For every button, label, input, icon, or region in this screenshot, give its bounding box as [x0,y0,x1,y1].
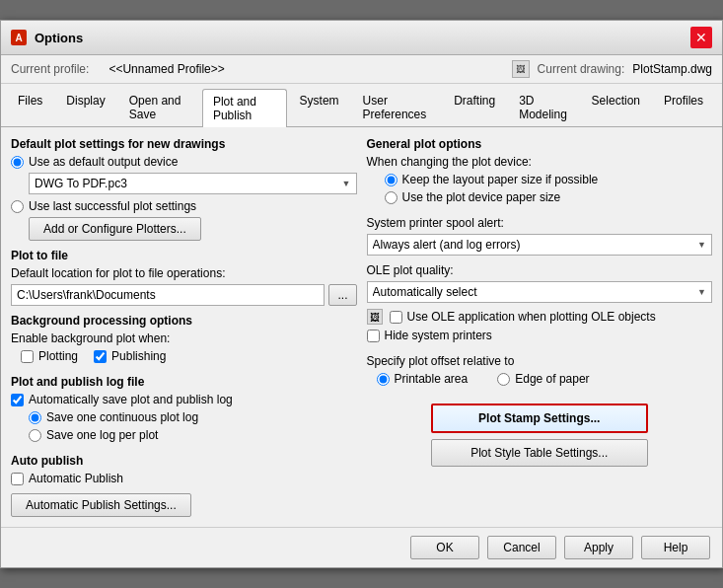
drawing-value: PlotStamp.dwg [632,62,712,76]
browse-button[interactable]: ... [328,284,356,306]
log-options: Save one continuous plot log Save one lo… [11,410,357,442]
automatic-publish-settings-button[interactable]: Automatic Publish Settings... [11,493,191,517]
use-default-radio[interactable] [11,156,24,169]
autocad-icon: A [11,30,27,45]
auto-publish-section: Auto publish Automatic Publish Automatic… [11,454,357,517]
use-default-label: Use as default output device [29,155,178,169]
publishing-checkbox-row: Publishing [94,349,166,363]
profile-label: Current profile: [11,62,89,76]
general-heading: General plot options [367,137,713,151]
use-ole-row: 🖼 Use OLE application when plotting OLE … [367,309,713,325]
ole-section: OLE plot quality: Automatically select 🖼… [367,263,713,346]
edge-of-paper-label: Edge of paper [515,372,589,386]
output-device-select[interactable]: DWG To PDF.pc3 [29,173,357,194]
title-bar-left: A Options [11,30,83,45]
apply-button[interactable]: Apply [564,536,633,559]
automatic-publish-checkbox[interactable] [11,473,24,485]
background-heading: Background processing options [11,314,357,328]
right-panel: General plot options When changing the p… [367,137,713,517]
one-per-plot-radio[interactable] [29,429,41,442]
use-ole-checkbox[interactable] [390,311,402,324]
stamp-style-buttons: Plot Stamp Settings... Plot Style Table … [367,404,713,467]
spool-select[interactable]: Always alert (and log errors) [367,234,713,256]
use-last-radio-row: Use last successful plot settings [11,199,357,213]
continuous-log-row: Save one continuous plot log [29,410,357,424]
spool-section: System printer spool alert: Always alert… [367,216,713,256]
keep-layout-radio[interactable] [385,174,398,186]
profile-bar: Current profile: <<Unnamed Profile>> 🖼 C… [1,55,722,84]
use-ole-label: Use OLE application when plotting OLE ob… [407,310,656,324]
plot-stamp-settings-button[interactable]: Plot Stamp Settings... [431,404,648,433]
tab-files[interactable]: Files [7,88,53,126]
tab-drafting[interactable]: Drafting [443,88,506,126]
add-configure-button[interactable]: Add or Configure Plotters... [29,217,201,241]
add-configure-wrapper: Add or Configure Plotters... [11,217,357,241]
background-checkboxes: Plotting Publishing [11,349,357,367]
ole-select[interactable]: Automatically select [367,281,713,303]
printable-area-row: Printable area [377,372,469,386]
tab-open-save[interactable]: Open and Save [118,88,200,126]
spool-select-wrapper: Always alert (and log errors) [367,234,713,256]
log-heading: Plot and publish log file [11,375,357,389]
background-label: Enable background plot when: [11,331,357,345]
hide-system-checkbox[interactable] [367,330,380,342]
plot-to-file-heading: Plot to file [11,249,357,262]
title-bar: A Options ✕ [1,21,722,55]
plot-offset-section: Specify plot offset relative to Printabl… [367,354,713,390]
help-button[interactable]: Help [641,536,710,559]
tab-user-prefs[interactable]: User Preferences [352,88,442,126]
use-last-label: Use last successful plot settings [29,199,196,213]
plotting-label: Plotting [38,349,78,363]
automatic-publish-row: Automatic Publish [11,472,357,485]
publishing-checkbox[interactable] [94,350,107,363]
ok-button[interactable]: OK [410,536,479,559]
default-plot-heading: Default plot settings for new drawings [11,137,357,151]
options-dialog: A Options ✕ Current profile: <<Unnamed P… [0,20,723,568]
edge-of-paper-radio[interactable] [497,373,510,386]
default-plot-section: Default plot settings for new drawings U… [11,137,357,241]
main-content: Default plot settings for new drawings U… [1,127,722,527]
plotting-checkbox[interactable] [21,350,34,363]
ole-select-wrapper: Automatically select [367,281,713,303]
when-changing-label: When changing the plot device: [367,155,713,169]
tab-selection[interactable]: Selection [581,88,651,126]
background-section: Background processing options Enable bac… [11,314,357,367]
specify-label: Specify plot offset relative to [367,354,713,368]
continuous-log-radio[interactable] [29,411,41,424]
bottom-bar: OK Cancel Apply Help [1,527,722,567]
drawing-icon: 🖼 [512,60,530,78]
keep-layout-row: Keep the layout paper size if possible [385,173,713,186]
offset-radio-group: Printable area Edge of paper [367,372,713,390]
auto-publish-heading: Auto publish [11,454,357,468]
tab-system[interactable]: System [289,88,350,126]
output-device-select-wrapper: DWG To PDF.pc3 [29,173,357,194]
plot-style-table-settings-button[interactable]: Plot Style Table Settings... [431,439,648,467]
keep-layout-label: Keep the layout paper size if possible [402,173,599,186]
drawing-bar: 🖼 Current drawing: PlotStamp.dwg [512,60,712,78]
publishing-label: Publishing [111,349,166,363]
location-input[interactable] [11,284,325,306]
one-per-plot-row: Save one log per plot [29,428,357,442]
automatic-publish-label: Automatic Publish [29,472,123,485]
cancel-button[interactable]: Cancel [487,536,556,559]
printable-area-label: Printable area [395,372,469,386]
general-section: General plot options When changing the p… [367,137,713,208]
dialog-title: Options [35,31,83,45]
plotting-checkbox-row: Plotting [21,349,78,363]
use-default-radio-row: Use as default output device [11,155,357,169]
tab-profiles[interactable]: Profiles [653,88,714,126]
use-last-radio[interactable] [11,200,24,213]
ole-app-icon: 🖼 [367,309,383,325]
auto-save-log-checkbox[interactable] [11,394,24,406]
one-per-plot-label: Save one log per plot [46,428,158,442]
continuous-log-label: Save one continuous plot log [46,410,198,424]
tab-plot-publish[interactable]: Plot and Publish [202,89,287,127]
auto-save-log-row: Automatically save plot and publish log [11,393,357,406]
close-button[interactable]: ✕ [690,27,712,48]
use-plot-device-radio[interactable] [385,191,398,204]
printable-area-radio[interactable] [377,373,390,386]
tab-display[interactable]: Display [55,88,115,126]
output-device-wrapper: DWG To PDF.pc3 [11,173,357,194]
auto-save-log-label: Automatically save plot and publish log [29,393,233,406]
tab-3d-modeling[interactable]: 3D Modeling [508,88,578,126]
